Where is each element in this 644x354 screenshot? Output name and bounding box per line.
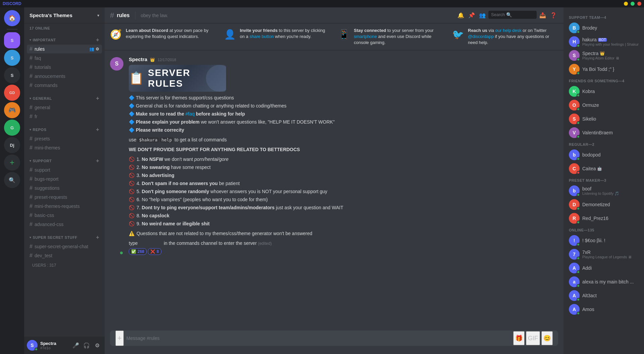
- emoji-icon[interactable]: 😊: [541, 331, 553, 345]
- channel-item-bugs-report[interactable]: # bugs-report: [27, 175, 102, 183]
- channel-item-dev-test[interactable]: # dev_test: [27, 251, 102, 260]
- sidebar-user-name: Spectra: [40, 341, 68, 346]
- share-button-link[interactable]: share button: [250, 34, 274, 39]
- member-demonetized[interactable]: D Demonetized: [566, 198, 641, 211]
- channel-name-annoucements: annoucements: [35, 74, 99, 79]
- server-header[interactable]: Spectra's Themes ▾: [24, 7, 105, 24]
- member-alt3act[interactable]: A Alt3act: [566, 289, 641, 302]
- server-icon-game[interactable]: 🎮: [4, 102, 20, 118]
- category-super-secret[interactable]: ▾ SUPER SECRET STUFF +: [27, 229, 102, 242]
- channel-item-commands[interactable]: # commands: [27, 81, 102, 90]
- server-icon-g[interactable]: G: [4, 120, 20, 136]
- close-button[interactable]: ×: [637, 2, 641, 6]
- add-channel-support[interactable]: +: [96, 158, 99, 164]
- member-hakura[interactable]: H hakura BOT Playing with your feelings …: [566, 35, 641, 48]
- message-author-name[interactable]: Spectra: [129, 56, 147, 62]
- user-settings-icon[interactable]: 👥: [89, 47, 94, 51]
- channel-item-mini-themes[interactable]: # mini-themes: [27, 143, 102, 152]
- add-channel-super-secret[interactable]: +: [96, 234, 99, 240]
- member-avatar-addi: A: [569, 263, 580, 273]
- commands-text: use $hakura help to get a list of comman…: [129, 136, 558, 143]
- minimize-button[interactable]: −: [624, 2, 628, 6]
- server-name: Spectra's Themes: [30, 12, 97, 18]
- member-info-sikelio: Sikelio: [582, 116, 639, 122]
- member-bodopod[interactable]: b bodopod: [566, 148, 641, 162]
- channel-item-preset-requests[interactable]: # preset-requests: [27, 193, 102, 202]
- member-name-row-caitea: Caitea 🤖: [582, 166, 639, 171]
- member-ya-boi-todd[interactable]: Y Ya Boi Todd ;" }: [566, 62, 641, 76]
- message-input[interactable]: [126, 332, 511, 345]
- user-settings-button[interactable]: ⚙: [93, 341, 102, 350]
- search-bar[interactable]: Search 🔍: [488, 11, 537, 19]
- no-rule-text-5: 5. Don't ping someone randomly whoever a…: [137, 188, 327, 195]
- server-icon-home[interactable]: 🏠: [4, 10, 20, 26]
- category-general[interactable]: ▾ GENERAL +: [27, 90, 102, 103]
- reaction-checkmark[interactable]: ✅ 268: [129, 248, 147, 255]
- member-valentinbraem[interactable]: V ValentinBraem: [566, 126, 641, 139]
- pin-icon[interactable]: 📌: [467, 11, 476, 20]
- add-server-button[interactable]: +: [4, 154, 20, 171]
- member-scooby[interactable]: ! ! $€oo βii. !: [566, 234, 641, 247]
- member-red-prez16[interactable]: R Red_Prez16: [566, 212, 641, 225]
- server-icon-spectras[interactable]: S: [4, 32, 20, 48]
- channel-item-presets[interactable]: # presets: [27, 134, 102, 143]
- maximize-button[interactable]: □: [631, 2, 635, 6]
- explore-servers-button[interactable]: 🔍: [4, 172, 20, 188]
- channel-item-faq[interactable]: # faq: [27, 54, 102, 62]
- member-7xr[interactable]: 7 7xR Playing League of Legends 🖥: [566, 248, 641, 261]
- server-icon-dj[interactable]: Dj: [4, 137, 20, 153]
- member-amos[interactable]: A Amos: [566, 303, 641, 316]
- category-important[interactable]: ▾ IMPORTANT +: [27, 32, 102, 44]
- gif-icon[interactable]: GIF: [526, 331, 540, 345]
- reaction-x[interactable]: ❌ 8: [148, 248, 161, 255]
- bell-icon[interactable]: 🔔: [456, 11, 466, 20]
- member-brodey[interactable]: B Brodey: [566, 21, 641, 35]
- channel-item-advanced-css[interactable]: # advanced-css: [27, 220, 102, 229]
- mute-button[interactable]: 🎤: [71, 341, 80, 350]
- member-kobra[interactable]: K Kobra: [566, 85, 641, 98]
- twitter-link[interactable]: @discordapp: [468, 34, 494, 39]
- channel-item-fr[interactable]: # fr: [27, 112, 102, 121]
- add-channel-important[interactable]: +: [96, 37, 99, 43]
- add-attachment-button[interactable]: +: [115, 330, 124, 346]
- add-channel-repos[interactable]: +: [96, 127, 99, 133]
- channel-item-support[interactable]: # support: [27, 166, 102, 174]
- channel-item-suggestions[interactable]: # suggestions: [27, 184, 102, 192]
- channel-item-rules[interactable]: # rules 👥 ⚙: [27, 45, 102, 53]
- faq-link[interactable]: #faq: [185, 111, 195, 117]
- category-support[interactable]: ▾ SUPPORT +: [27, 152, 102, 165]
- member-name-addi: Addi: [582, 265, 639, 271]
- member-caitea[interactable]: C Caitea 🤖: [566, 162, 641, 175]
- channel-item-mini-themes-requests[interactable]: # mini-themes-requests: [27, 202, 102, 211]
- deafen-button[interactable]: 🎧: [82, 341, 91, 350]
- member-addi[interactable]: A Addi: [566, 261, 641, 275]
- smartphone-link[interactable]: smartphone: [354, 34, 377, 39]
- help-icon[interactable]: ❓: [549, 11, 558, 20]
- gift-icon[interactable]: 🎁: [513, 331, 525, 345]
- member-avatar-ormuze: O: [569, 100, 580, 110]
- help-desk-link[interactable]: our help desk: [495, 28, 522, 33]
- channel-hash-icon: #: [30, 114, 33, 120]
- settings-icon[interactable]: ⚙: [96, 47, 99, 51]
- channel-item-general[interactable]: # general: [27, 103, 102, 112]
- channel-item-tutorials[interactable]: # tutorials: [27, 63, 102, 72]
- add-channel-general[interactable]: +: [96, 95, 99, 101]
- channel-item-annoucements[interactable]: # annoucements: [27, 72, 102, 81]
- inbox-icon[interactable]: 📥: [538, 11, 547, 20]
- member-alexa[interactable]: a alexa is my main bitch ...: [566, 275, 641, 289]
- members-icon[interactable]: 👥: [478, 11, 487, 20]
- member-boof[interactable]: b boof Listening to Spotify 🎵: [566, 184, 641, 197]
- no-rule-6: 🚫 6. No "help vampires" (peoples who wan…: [129, 196, 558, 203]
- no-rule-3: 🚫 3. No advertising: [129, 172, 558, 179]
- channel-item-ssgc[interactable]: # super-secret-general-chat: [27, 242, 102, 251]
- rule-text-4: Please explain your problem we won't ans…: [136, 119, 335, 126]
- server-icon-s2[interactable]: S: [4, 67, 20, 83]
- member-sikelio[interactable]: S Sikelio: [566, 112, 641, 126]
- channel-item-basic-css[interactable]: # basic-css: [27, 211, 102, 220]
- server-icon-s[interactable]: S: [4, 50, 20, 66]
- member-spectra[interactable]: S Spectra 👑 Playing Atom Editor 🖥: [566, 49, 641, 62]
- server-icon-gd[interactable]: GD: [4, 85, 20, 101]
- category-repos[interactable]: ▾ REPOS +: [27, 121, 102, 134]
- member-name-scooby: ! $€oo βii. !: [582, 238, 639, 243]
- member-ormuze[interactable]: O Ormuze: [566, 98, 641, 112]
